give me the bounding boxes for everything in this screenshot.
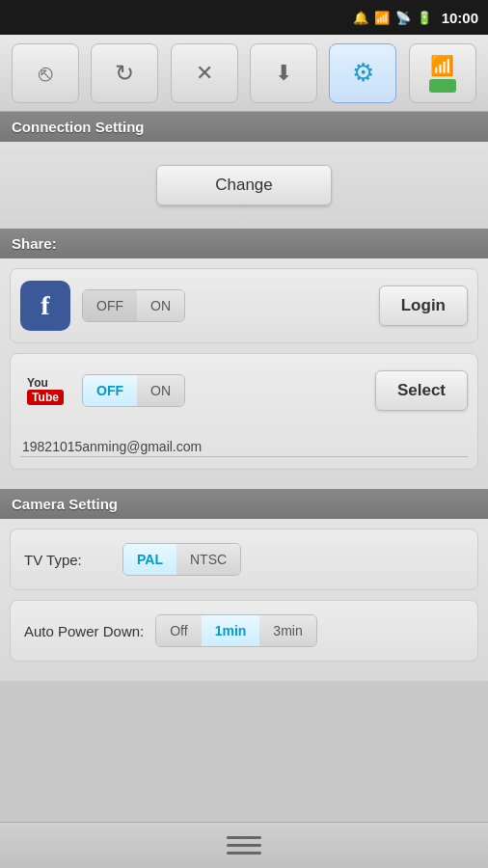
status-icons: 🔔 📶 📡 🔋 10:00	[353, 10, 478, 26]
youtube-icon: You Tube	[20, 366, 70, 416]
auto-power-down-row: Auto Power Down: Off 1min 3min	[10, 600, 478, 662]
facebook-icon: f	[20, 281, 70, 331]
wifi-signal-icon: 📶	[430, 54, 454, 77]
change-btn-wrap: Change	[10, 155, 478, 215]
connection-setting-section: Change	[0, 142, 488, 229]
wifi-bar	[429, 79, 456, 93]
camera-setting-section: TV Type: PAL NTSC Auto Power Down: Off 1…	[0, 519, 488, 681]
refresh-button[interactable]: ↻	[91, 43, 158, 103]
auto-power-down-label: Auto Power Down:	[24, 623, 144, 639]
tv-type-pal[interactable]: PAL	[123, 544, 176, 575]
youtube-select-button[interactable]: Select	[375, 370, 468, 411]
youtube-tube-text: Tube	[27, 390, 64, 405]
toolbar: ⎋ ↻ ✕ ⬇ ⚙ 📶	[0, 35, 488, 112]
gear-icon: ⚙	[352, 58, 374, 88]
youtube-toggle-off[interactable]: OFF	[83, 375, 137, 406]
tv-type-row: TV Type: PAL NTSC	[10, 529, 478, 590]
hamburger-line-1	[227, 836, 261, 839]
share-section: f OFF ON Login You Tube OFF ON	[0, 258, 488, 489]
download-button[interactable]: ⬇	[250, 43, 317, 103]
facebook-toggle-off[interactable]: OFF	[83, 290, 137, 321]
wifi-icon: 📶	[374, 11, 390, 25]
share-header: Share:	[0, 229, 488, 258]
auto-power-down-off[interactable]: Off	[156, 615, 201, 646]
facebook-row: f OFF ON Login	[10, 268, 478, 343]
youtube-toggle-on[interactable]: ON	[137, 375, 184, 406]
wifi-status-button[interactable]: 📶	[409, 43, 476, 103]
tv-type-label: TV Type:	[24, 552, 111, 568]
youtube-toggle[interactable]: OFF ON	[82, 374, 185, 407]
hamburger-line-3	[227, 852, 261, 854]
auto-power-down-toggle[interactable]: Off 1min 3min	[155, 614, 316, 647]
status-time: 10:00	[442, 10, 478, 26]
wifi-badge: 📶	[429, 54, 456, 93]
main-content: Connection Setting Change Share: f OFF O…	[0, 112, 488, 822]
download-icon: ⬇	[275, 61, 292, 86]
facebook-login-button[interactable]: Login	[379, 285, 468, 326]
camera-setting-header: Camera Setting	[0, 489, 488, 519]
tv-type-ntsc[interactable]: NTSC	[176, 544, 240, 575]
tv-type-toggle[interactable]: PAL NTSC	[122, 543, 241, 576]
settings-button[interactable]: ⚙	[329, 43, 396, 103]
youtube-you-text: You	[27, 376, 48, 390]
alarm-icon: 🔔	[353, 11, 368, 25]
hamburger-line-2	[227, 844, 261, 847]
refresh-icon: ↻	[115, 60, 134, 87]
battery-icon: 🔋	[417, 11, 432, 25]
youtube-row: You Tube OFF ON Select 19821015anming@gm…	[10, 353, 478, 470]
close-button[interactable]: ✕	[171, 43, 238, 103]
status-bar: 🔔 📶 📡 🔋 10:00	[0, 0, 488, 35]
facebook-toggle-on[interactable]: ON	[137, 290, 184, 321]
share-button[interactable]: ⎋	[12, 43, 79, 103]
bottom-bar	[0, 822, 488, 868]
spacer	[0, 681, 488, 691]
youtube-email: 19821015anming@gmail.com	[20, 433, 468, 457]
signal-icon: 📡	[395, 11, 411, 25]
youtube-controls: You Tube OFF ON Select	[20, 366, 468, 416]
auto-power-down-3min[interactable]: 3min	[259, 615, 315, 646]
auto-power-down-1min[interactable]: 1min	[202, 615, 260, 646]
facebook-toggle[interactable]: OFF ON	[82, 289, 185, 322]
hamburger-menu[interactable]	[227, 836, 261, 854]
close-icon: ✕	[196, 61, 213, 86]
connection-setting-header: Connection Setting	[0, 112, 488, 142]
share-icon: ⎋	[39, 60, 52, 87]
change-button[interactable]: Change	[156, 165, 332, 205]
